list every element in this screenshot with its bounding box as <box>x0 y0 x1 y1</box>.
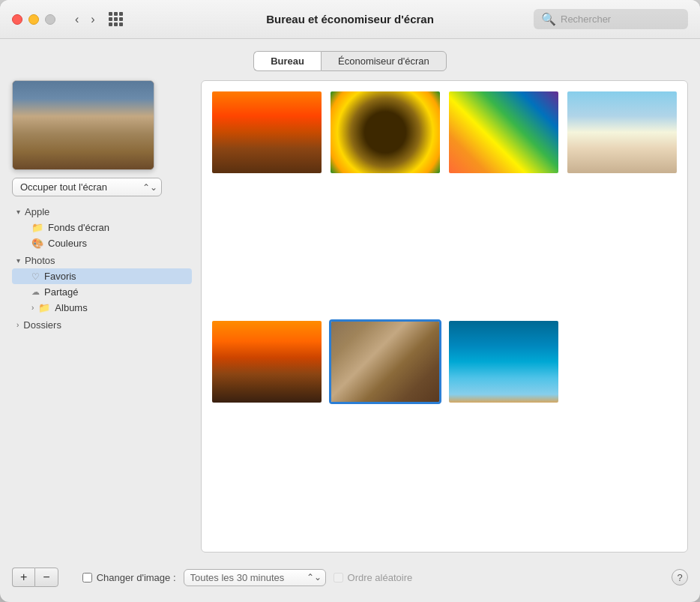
change-image-checkbox[interactable] <box>82 573 92 583</box>
image-cell-1[interactable] <box>211 90 323 175</box>
image-cell-7[interactable] <box>447 319 560 404</box>
content-area: Bureau Économiseur d'écran Occuper tout … <box>0 39 700 602</box>
folder-icon: 📁 <box>31 222 43 233</box>
photos-section: ▾ Photos ♡ Favoris ☁ Partagé › <box>12 253 192 316</box>
left-panel: Occuper tout l'écran Centrer Adapter Rem… <box>12 80 192 553</box>
heart-icon: ♡ <box>31 271 40 282</box>
chevron-right-icon-dossiers: › <box>16 321 19 329</box>
image-dog <box>567 91 677 173</box>
titlebar: ‹ › Bureau et économiseur d'écran 🔍 <box>0 0 700 39</box>
fit-dropdown[interactable]: Occuper tout l'écran Centrer Adapter Rem… <box>12 178 162 196</box>
add-button[interactable]: + <box>12 568 34 587</box>
window-title: Bureau et économiseur d'écran <box>266 13 434 25</box>
grid-icon <box>109 12 123 26</box>
search-input[interactable] <box>561 13 681 25</box>
search-bar: 🔍 <box>534 9 688 29</box>
image-ocean <box>449 321 558 403</box>
main-window: ‹ › Bureau et économiseur d'écran 🔍 Bure… <box>0 0 700 602</box>
image-cell-6[interactable] <box>329 319 441 404</box>
folder-icon-albums: 📁 <box>38 302 50 313</box>
remove-button[interactable]: − <box>34 568 58 587</box>
forward-button[interactable]: › <box>86 10 99 29</box>
main-split: Occuper tout l'écran Centrer Adapter Rem… <box>12 80 688 553</box>
app-grid-button[interactable] <box>106 9 126 29</box>
image-cell-4[interactable] <box>566 90 678 175</box>
help-button[interactable]: ? <box>672 569 688 586</box>
bottom-bar: + − Changer d'image : Toutes les 5 minut… <box>12 562 688 590</box>
close-button[interactable] <box>12 14 22 25</box>
sidebar-item-photos[interactable]: ▾ Photos <box>12 253 192 268</box>
back-button[interactable]: ‹ <box>70 10 83 29</box>
random-order-label: Ordre aléatoire <box>334 572 413 583</box>
chevron-down-icon: ▾ <box>16 208 20 216</box>
minimize-button[interactable] <box>28 14 39 25</box>
image-sunset <box>212 91 322 173</box>
sidebar-item-apple[interactable]: ▾ Apple <box>12 204 192 220</box>
change-image-label: Changer d'image : <box>82 572 176 583</box>
chevron-down-icon-photos: ▾ <box>16 256 20 265</box>
image-sunflower <box>331 91 440 173</box>
tabs-row: Bureau Économiseur d'écran <box>12 51 688 71</box>
sidebar-item-partage[interactable]: ☁ Partagé <box>12 284 192 300</box>
tab-bureau[interactable]: Bureau <box>253 51 321 71</box>
maximize-button[interactable] <box>45 14 55 25</box>
dropdown-row: Occuper tout l'écran Centrer Adapter Rem… <box>12 178 192 196</box>
sidebar-item-fonds-ecran[interactable]: 📁 Fonds d'écran <box>12 220 192 235</box>
interval-dropdown[interactable]: Toutes les 5 minutes Toutes les 15 minut… <box>184 569 326 586</box>
interval-dropdown-wrapper: Toutes les 5 minutes Toutes les 15 minut… <box>184 569 326 586</box>
image-cell-5[interactable] <box>211 319 323 404</box>
bottom-options: Changer d'image : Toutes les 5 minutes T… <box>82 569 663 586</box>
add-remove-buttons: + − <box>12 568 58 587</box>
colorwheel-icon: 🎨 <box>31 238 43 249</box>
search-icon: 🔍 <box>541 12 556 26</box>
image-colorful <box>449 91 558 173</box>
chevron-right-icon-albums: › <box>31 304 34 312</box>
apple-section: ▾ Apple 📁 Fonds d'écran 🎨 Couleurs <box>12 204 192 251</box>
image-grid <box>211 90 678 543</box>
nav-buttons: ‹ › <box>70 10 100 29</box>
right-panel <box>201 80 688 553</box>
wallpaper-preview <box>12 80 154 170</box>
traffic-lights <box>12 14 55 25</box>
dossiers-section: › Dossiers <box>12 317 192 333</box>
sidebar-item-dossiers[interactable]: › Dossiers <box>12 317 192 333</box>
image-hikers <box>212 321 322 403</box>
random-order-checkbox[interactable] <box>334 573 343 583</box>
cloud-icon: ☁ <box>31 287 40 297</box>
sidebar-item-couleurs[interactable]: 🎨 Couleurs <box>12 235 192 251</box>
preview-image <box>13 81 154 169</box>
tab-economiseur[interactable]: Économiseur d'écran <box>321 51 447 71</box>
image-cell-3[interactable] <box>447 90 560 175</box>
sidebar-item-favoris[interactable]: ♡ Favoris <box>12 268 192 284</box>
fit-dropdown-wrapper: Occuper tout l'écran Centrer Adapter Rem… <box>12 178 162 196</box>
image-cell-2[interactable] <box>329 90 441 175</box>
sidebar-tree: ▾ Apple 📁 Fonds d'écran 🎨 Couleurs <box>12 204 192 553</box>
image-desert-canyon <box>331 322 439 402</box>
image-cell-empty <box>566 319 678 404</box>
sidebar-item-albums[interactable]: › 📁 Albums <box>12 300 192 316</box>
